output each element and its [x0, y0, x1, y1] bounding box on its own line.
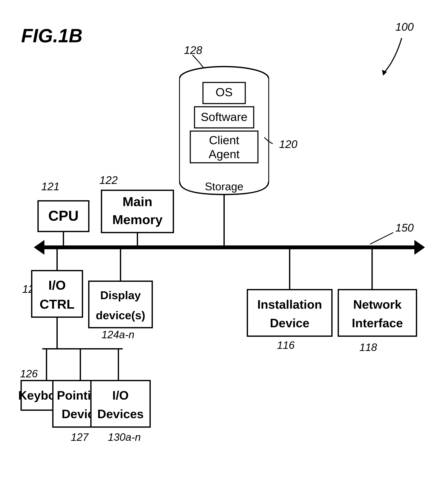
diagram-container: FIG.1B 100 128 120 OS Software Client Ag…	[0, 0, 448, 489]
network-label2: Interface	[352, 316, 403, 330]
network-label1: Network	[353, 297, 402, 311]
main-memory-label1: Main	[122, 194, 152, 209]
iodevices-label2: Devices	[97, 407, 144, 421]
ref-126: 126	[20, 368, 38, 380]
iodevices-label1: I/O	[112, 388, 129, 402]
display-label2: device(s)	[96, 309, 145, 322]
ref-150: 150	[395, 221, 414, 234]
bus-right-arrow	[414, 240, 425, 255]
ref-116: 116	[277, 339, 295, 351]
ref-100: 100	[395, 21, 414, 33]
installation-label2: Device	[270, 316, 309, 330]
fig-title: FIG.1B	[21, 25, 82, 46]
ref-122: 122	[99, 174, 118, 186]
ioctrl-label1: I/O	[49, 278, 66, 292]
ref-127: 127	[71, 431, 89, 443]
ref-121: 121	[41, 180, 60, 193]
os-label: OS	[216, 85, 233, 99]
cpu-label: CPU	[48, 208, 79, 224]
software-label: Software	[201, 110, 248, 123]
installation-label1: Installation	[257, 297, 322, 311]
ref-120: 120	[279, 138, 297, 150]
ref-124an: 124a-n	[101, 329, 134, 341]
main-memory-label2: Memory	[112, 212, 163, 227]
ref-128: 128	[184, 44, 202, 56]
bus-left-arrow	[34, 240, 44, 255]
ioctrl-label2: CTRL	[40, 297, 74, 311]
storage-label: Storage	[205, 180, 243, 193]
ref100-line	[385, 38, 402, 72]
display-label1: Display	[100, 289, 141, 302]
client-agent-label2: Agent	[209, 147, 240, 161]
ref-130an: 130a-n	[108, 431, 141, 443]
client-agent-label1: Client	[209, 133, 239, 147]
ref-118: 118	[359, 342, 377, 353]
